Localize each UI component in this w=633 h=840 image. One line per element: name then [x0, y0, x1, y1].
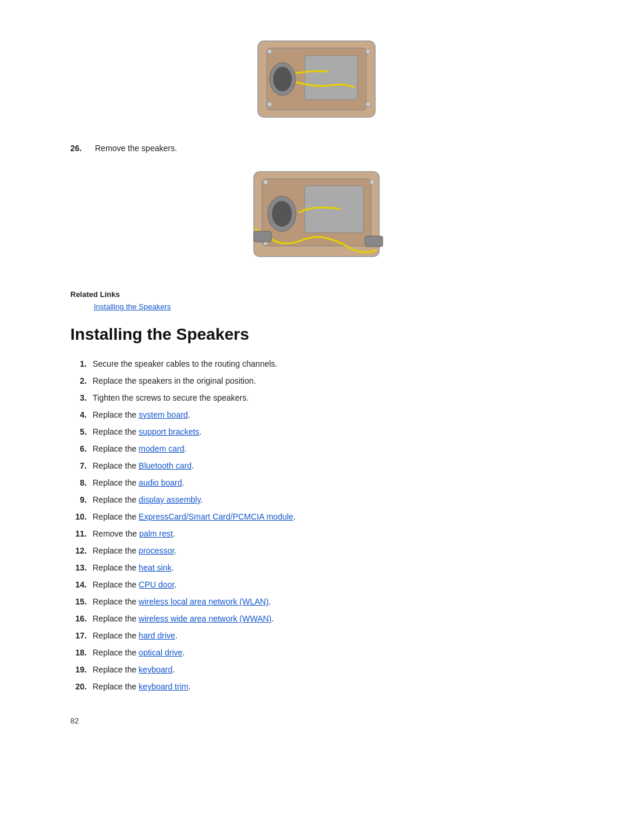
display-assembly-link[interactable]: display assembly: [139, 495, 201, 504]
step-num: 9.: [70, 494, 93, 506]
step-num: 10.: [70, 511, 93, 523]
list-item: 19. Replace the keyboard.: [70, 664, 563, 676]
step-num: 1.: [70, 358, 93, 370]
related-links-item[interactable]: Installing the Speakers: [94, 302, 563, 311]
step-content: Replace the speakers in the original pos…: [93, 375, 563, 387]
palm-rest-link[interactable]: palm rest: [139, 529, 173, 538]
optical-drive-link[interactable]: optical drive: [139, 648, 183, 657]
audio-board-link[interactable]: audio board: [139, 478, 182, 487]
list-item: 11. Remove the palm rest.: [70, 528, 563, 540]
step-num: 3.: [70, 392, 93, 404]
system-board-link[interactable]: system board: [139, 410, 188, 419]
instructions-list: 1. Secure the speaker cables to the rout…: [70, 358, 563, 693]
step-26-container: 26. Remove the speakers.: [70, 144, 563, 153]
svg-rect-19: [365, 236, 383, 247]
step-content: Replace the display assembly.: [93, 494, 563, 506]
list-item: 2. Replace the speakers in the original …: [70, 375, 563, 387]
step-content: Tighten the screws to secure the speaker…: [93, 392, 563, 404]
list-item: 14. Replace the CPU door.: [70, 579, 563, 591]
list-item: 13. Replace the heat sink.: [70, 562, 563, 574]
step-num: 8.: [70, 477, 93, 489]
list-item: 18. Replace the optical drive.: [70, 647, 563, 659]
laptop-image-2: [237, 167, 396, 267]
step-num: 18.: [70, 647, 93, 659]
step-content: Replace the wireless local area network …: [93, 596, 563, 608]
list-item: 16. Replace the wireless wide area netwo…: [70, 613, 563, 625]
wlan-link[interactable]: wireless local area network (WLAN): [139, 597, 269, 606]
list-item: 6. Replace the modem card.: [70, 443, 563, 455]
step-num: 7.: [70, 460, 93, 472]
list-item: 15. Replace the wireless local area netw…: [70, 596, 563, 608]
svg-point-12: [272, 201, 292, 227]
support-brackets-link[interactable]: support brackets: [139, 427, 200, 436]
list-item: 9. Replace the display assembly.: [70, 494, 563, 506]
heat-sink-link[interactable]: heat sink: [139, 563, 172, 572]
expresscard-link[interactable]: ExpressCard/Smart Card/PCMCIA module: [139, 512, 294, 521]
wwan-link[interactable]: wireless wide area network (WWAN): [139, 614, 272, 623]
step-num: 16.: [70, 613, 93, 625]
list-item: 10. Replace the ExpressCard/Smart Card/P…: [70, 511, 563, 523]
related-links-section: Related Links Installing the Speakers: [70, 290, 563, 311]
svg-point-6: [366, 49, 370, 54]
step-num: 13.: [70, 562, 93, 574]
modem-card-link[interactable]: modem card: [139, 444, 185, 453]
bluetooth-card-link[interactable]: Bluetooth card: [139, 461, 192, 470]
list-item: 7. Replace the Bluetooth card.: [70, 460, 563, 472]
step-26-number: 26.: [70, 144, 88, 153]
svg-point-15: [370, 180, 375, 185]
step-content: Replace the heat sink.: [93, 562, 563, 574]
step-num: 17.: [70, 630, 93, 642]
step-num: 6.: [70, 443, 93, 455]
cpu-door-link[interactable]: CPU door: [139, 580, 175, 589]
section-title: Installing the Speakers: [70, 325, 563, 344]
list-item: 5. Replace the support brackets.: [70, 426, 563, 438]
step-content: Replace the wireless wide area network (…: [93, 613, 563, 625]
processor-link[interactable]: processor: [139, 546, 175, 555]
svg-point-5: [267, 49, 272, 54]
step-content: Replace the ExpressCard/Smart Card/PCMCI…: [93, 511, 563, 523]
svg-rect-4: [305, 56, 358, 100]
svg-point-7: [267, 102, 272, 107]
step-content: Replace the audio board.: [93, 477, 563, 489]
list-item: 17. Replace the hard drive.: [70, 630, 563, 642]
page-number: 82: [70, 716, 563, 725]
installing-speakers-link[interactable]: Installing the Speakers: [94, 302, 171, 311]
related-links-title: Related Links: [70, 290, 563, 299]
step-content: Secure the speaker cables to the routing…: [93, 358, 563, 370]
step-content: Replace the optical drive.: [93, 647, 563, 659]
list-item: 8. Replace the audio board.: [70, 477, 563, 489]
step-content: Replace the keyboard trim.: [93, 681, 563, 693]
list-item: 20. Replace the keyboard trim.: [70, 681, 563, 693]
step-num: 11.: [70, 528, 93, 540]
step-num: 2.: [70, 375, 93, 387]
step-content: Replace the hard drive.: [93, 630, 563, 642]
step-num: 5.: [70, 426, 93, 438]
step-num: 14.: [70, 579, 93, 591]
svg-point-3: [273, 67, 292, 91]
step-26-text: Remove the speakers.: [95, 144, 177, 153]
step-content: Replace the support brackets.: [93, 426, 563, 438]
hard-drive-link[interactable]: hard drive: [139, 631, 175, 640]
list-item: 1. Secure the speaker cables to the rout…: [70, 358, 563, 370]
laptop-image-1: [240, 35, 393, 126]
list-item: 3. Tighten the screws to secure the spea…: [70, 392, 563, 404]
svg-point-14: [263, 180, 268, 185]
step-content: Replace the processor.: [93, 545, 563, 557]
step-num: 4.: [70, 409, 93, 421]
svg-rect-18: [254, 231, 271, 242]
list-item: 4. Replace the system board.: [70, 409, 563, 421]
step-num: 15.: [70, 596, 93, 608]
step-num: 19.: [70, 664, 93, 676]
step-content: Replace the system board.: [93, 409, 563, 421]
step-content: Replace the keyboard.: [93, 664, 563, 676]
step-num: 20.: [70, 681, 93, 693]
step-content: Remove the palm rest.: [93, 528, 563, 540]
svg-rect-13: [305, 186, 363, 233]
keyboard-link[interactable]: keyboard: [139, 665, 173, 674]
list-item: 12. Replace the processor.: [70, 545, 563, 557]
step-content: Replace the modem card.: [93, 443, 563, 455]
step-num: 12.: [70, 545, 93, 557]
step-content: Replace the CPU door.: [93, 579, 563, 591]
step-content: Replace the Bluetooth card.: [93, 460, 563, 472]
keyboard-trim-link[interactable]: keyboard trim: [139, 682, 189, 691]
